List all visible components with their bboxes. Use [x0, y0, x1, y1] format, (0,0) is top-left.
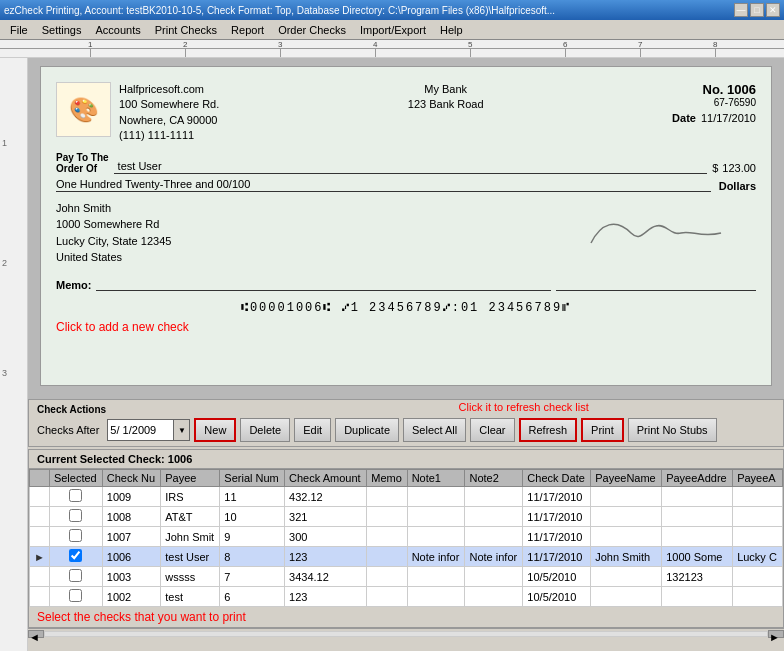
menu-bar: File Settings Accounts Print Checks Repo…	[0, 20, 784, 40]
bank-info: My Bank 123 Bank Road	[408, 82, 484, 144]
date-input-wrapper[interactable]: ▼	[107, 419, 190, 441]
cell-checkbox[interactable]	[49, 507, 102, 527]
menu-settings[interactable]: Settings	[36, 23, 88, 37]
cell-note2	[465, 587, 523, 607]
edit-button[interactable]: Edit	[294, 418, 331, 442]
payee-city: Lucky City, State 12345	[56, 233, 171, 250]
refresh-button[interactable]: Refresh	[519, 418, 578, 442]
scroll-left-btn[interactable]: ◄	[28, 630, 44, 638]
cell-payee-addr	[662, 507, 733, 527]
cell-amount: 432.12	[285, 487, 367, 507]
row-checkbox[interactable]	[69, 489, 82, 502]
row-checkbox[interactable]	[69, 589, 82, 602]
cell-amount: 123	[285, 547, 367, 567]
cell-payee-a	[733, 487, 783, 507]
delete-button[interactable]: Delete	[240, 418, 290, 442]
cell-check-num: 1002	[102, 587, 160, 607]
menu-help[interactable]: Help	[434, 23, 469, 37]
cell-memo	[367, 527, 407, 547]
clear-button[interactable]: Clear	[470, 418, 514, 442]
row-checkbox[interactable]	[69, 509, 82, 522]
table-header-row: Selected Check Nu Payee Serial Num Check…	[30, 470, 783, 487]
cell-payee-name	[591, 587, 662, 607]
cell-date: 11/17/2010	[523, 547, 591, 567]
check-number: No. 1006	[672, 82, 756, 97]
col-date: Check Date	[523, 470, 591, 487]
payee-full-name: John Smith	[56, 200, 171, 217]
table-row[interactable]: 1008 AT&T 10 321 11/17/2010	[30, 507, 783, 527]
table-row[interactable]: ► 1006 test User 8 123 Note infor Note i…	[30, 547, 783, 567]
scroll-right-btn[interactable]: ►	[768, 630, 784, 638]
maximize-button[interactable]: □	[750, 3, 764, 17]
duplicate-button[interactable]: Duplicate	[335, 418, 399, 442]
cell-memo	[367, 507, 407, 527]
bottom-panels: Check Actions Checks After ▼ New Delete …	[28, 399, 784, 651]
cell-date: 10/5/2010	[523, 567, 591, 587]
table-row[interactable]: 1003 wssss 7 3434.12 10/5/2010 132123	[30, 567, 783, 587]
cell-amount: 321	[285, 507, 367, 527]
menu-report[interactable]: Report	[225, 23, 270, 37]
cell-payee-addr	[662, 487, 733, 507]
refresh-container: Click it to refresh check list Refresh	[519, 418, 578, 442]
amount-text-line: One Hundred Twenty-Three and 00/100 Doll…	[56, 178, 756, 192]
col-payee-name: PayeeName	[591, 470, 662, 487]
content-area: 1 2 3 🎨 Halfpricesoft.com 100 Somewhere …	[0, 58, 784, 651]
table-row[interactable]: 1002 test 6 123 10/5/2010	[30, 587, 783, 607]
logo-image: 🎨	[56, 82, 111, 137]
menu-order-checks[interactable]: Order Checks	[272, 23, 352, 37]
print-no-stubs-button[interactable]: Print No Stubs	[628, 418, 717, 442]
cell-memo	[367, 567, 407, 587]
cell-amount: 300	[285, 527, 367, 547]
new-button[interactable]: New	[194, 418, 236, 442]
cell-date: 11/17/2010	[523, 507, 591, 527]
bank-name: My Bank	[408, 82, 484, 97]
check-document: 🎨 Halfpricesoft.com 100 Somewhere Rd. No…	[40, 66, 772, 386]
cell-date: 11/17/2010	[523, 527, 591, 547]
company-name: Halfpricesoft.com	[119, 82, 219, 97]
menu-file[interactable]: File	[4, 23, 34, 37]
check-list-section: Current Selected Check: 1006 Selected Ch…	[28, 449, 784, 628]
date-dropdown-button[interactable]: ▼	[173, 420, 189, 440]
payee-name: test User	[114, 160, 708, 174]
menu-print-checks[interactable]: Print Checks	[149, 23, 223, 37]
cell-serial: 11	[220, 487, 285, 507]
menu-accounts[interactable]: Accounts	[89, 23, 146, 37]
horizontal-scrollbar[interactable]: ◄ ►	[28, 628, 784, 638]
checks-after-date[interactable]	[108, 424, 173, 436]
check-display-area: 🎨 Halfpricesoft.com 100 Somewhere Rd. No…	[28, 58, 784, 399]
cell-payee: test User	[161, 547, 220, 567]
cell-serial: 9	[220, 527, 285, 547]
print-button[interactable]: Print	[581, 418, 624, 442]
col-check-num: Check Nu	[102, 470, 160, 487]
cell-note2	[465, 507, 523, 527]
close-button[interactable]: ✕	[766, 3, 780, 17]
check-middle: John Smith 1000 Somewhere Rd Lucky City,…	[56, 200, 756, 266]
pay-to-line: Pay To TheOrder Of test User $ 123.00	[56, 152, 756, 174]
row-checkbox[interactable]	[69, 569, 82, 582]
row-checkbox[interactable]	[69, 529, 82, 542]
minimize-button[interactable]: —	[734, 3, 748, 17]
dollar-sign: $	[712, 162, 718, 174]
cell-checkbox[interactable]	[49, 547, 102, 567]
table-row[interactable]: 1009 IRS 11 432.12 11/17/2010	[30, 487, 783, 507]
checks-after-label: Checks After	[37, 424, 99, 436]
ruler: 1 2 3 4 5 6 7 8	[0, 40, 784, 58]
select-all-button[interactable]: Select All	[403, 418, 466, 442]
cell-note2	[465, 567, 523, 587]
cell-note1	[407, 527, 465, 547]
title-bar: ezCheck Printing, Account: testBK2010-10…	[0, 0, 784, 20]
row-checkbox[interactable]	[69, 549, 82, 562]
cell-note1: Note infor	[407, 547, 465, 567]
table-row[interactable]: 1007 John Smit 9 300 11/17/2010	[30, 527, 783, 547]
signature-line	[556, 276, 756, 291]
cell-payee-a	[733, 507, 783, 527]
menu-import-export[interactable]: Import/Export	[354, 23, 432, 37]
window-controls[interactable]: — □ ✕	[734, 3, 780, 17]
cell-checkbox[interactable]	[49, 567, 102, 587]
right-content: 🎨 Halfpricesoft.com 100 Somewhere Rd. No…	[28, 58, 784, 651]
cell-arrow: ►	[30, 547, 50, 567]
cell-checkbox[interactable]	[49, 527, 102, 547]
cell-checkbox[interactable]	[49, 587, 102, 607]
cell-checkbox[interactable]	[49, 487, 102, 507]
cell-payee-a	[733, 587, 783, 607]
